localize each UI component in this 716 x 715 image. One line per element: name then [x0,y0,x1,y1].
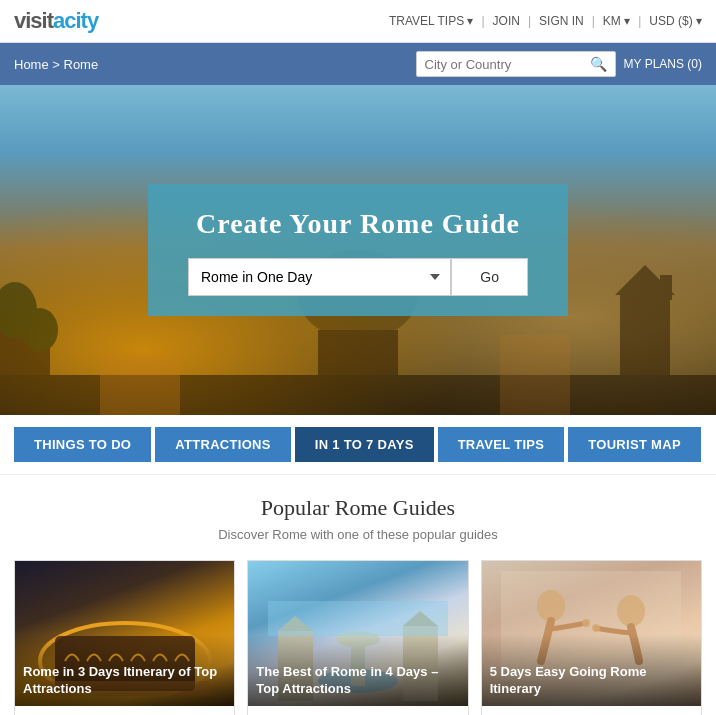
search-box: 🔍 [416,51,616,77]
go-button[interactable]: Go [451,258,528,296]
svg-rect-7 [660,275,672,300]
search-area: 🔍 MY PLANS (0) [416,51,702,77]
sub-navigation: Home > Rome 🔍 MY PLANS (0) [0,43,716,85]
guide-card-2: The Best of Rome in 4 Days – Top Attract… [247,560,468,715]
my-plans[interactable]: MY PLANS (0) [624,57,702,71]
guide-body-2: An itinerary for a visit to Rome in 4 da… [248,706,467,715]
guides-title: Popular Rome Guides [14,495,702,521]
nav-currency[interactable]: USD ($) ▾ [649,14,702,28]
guide-caption-2: The Best of Rome in 4 Days – Top Attract… [248,634,467,706]
guide-select[interactable]: Rome in One Day Rome in 2 Days Rome in 3… [188,258,451,296]
svg-rect-10 [500,335,570,415]
tab-attractions[interactable]: ATTRACTIONS [155,427,291,462]
guide-card-3: 5 Days Easy Going Rome Itinerary Enjoy a… [481,560,702,715]
tab-navigation: THINGS TO DO ATTRACTIONS IN 1 TO 7 DAYS … [0,415,716,475]
guide-caption-3: 5 Days Easy Going Rome Itinerary [482,634,701,706]
svg-rect-19 [268,601,448,636]
logo-city: acity [53,8,98,33]
svg-point-23 [582,619,590,627]
tab-things-to-do[interactable]: THINGS TO DO [14,427,151,462]
hero-form: Rome in One Day Rome in 2 Days Rome in 3… [188,258,528,296]
guide-image-3: 5 Days Easy Going Rome Itinerary [482,561,701,706]
svg-point-22 [617,595,645,627]
hero-section: Create Your Rome Guide Rome in One Day R… [0,85,716,415]
search-icon[interactable]: 🔍 [590,56,607,72]
guide-caption-1: Rome in 3 Days Itinerary of Top Attracti… [15,634,234,706]
guide-body-1: This pre-planned 3 days Rome itinerary w… [15,706,234,715]
tab-travel-tips[interactable]: TRAVEL TIPS [438,427,565,462]
hero-overlay: Create Your Rome Guide Rome in One Day R… [148,184,568,316]
svg-point-3 [22,308,58,352]
top-navigation: visitacity TRAVEL TIPS ▾ | JOIN | SIGN I… [0,0,716,43]
svg-rect-9 [100,355,180,415]
logo-visit: visit [14,8,53,33]
popular-guides-section: Popular Rome Guides Discover Rome with o… [0,475,716,715]
guide-image-1: Rome in 3 Days Itinerary of Top Attracti… [15,561,234,706]
search-input[interactable] [425,57,590,72]
nav-km[interactable]: KM ▾ [603,14,630,28]
site-logo[interactable]: visitacity [14,8,98,34]
hero-title: Create Your Rome Guide [188,208,528,240]
breadcrumb: Home > Rome [14,57,98,72]
tab-tourist-map[interactable]: TOURIST MAP [568,427,701,462]
guides-grid: Rome in 3 Days Itinerary of Top Attracti… [14,560,702,715]
nav-travel-tips[interactable]: TRAVEL TIPS ▾ [389,14,473,28]
svg-point-24 [592,624,600,632]
nav-sign-in[interactable]: SIGN IN [539,14,584,28]
guide-body-3: Enjoy a relaxed Rome itinerary (5 days).… [482,706,701,715]
guides-subtitle: Discover Rome with one of these popular … [14,527,702,542]
nav-join[interactable]: JOIN [493,14,520,28]
tab-in-1-to-7-days[interactable]: IN 1 TO 7 DAYS [295,427,434,462]
guide-image-2: The Best of Rome in 4 Days – Top Attract… [248,561,467,706]
guide-card-1: Rome in 3 Days Itinerary of Top Attracti… [14,560,235,715]
top-nav-links: TRAVEL TIPS ▾ | JOIN | SIGN IN | KM ▾ | … [389,14,702,28]
